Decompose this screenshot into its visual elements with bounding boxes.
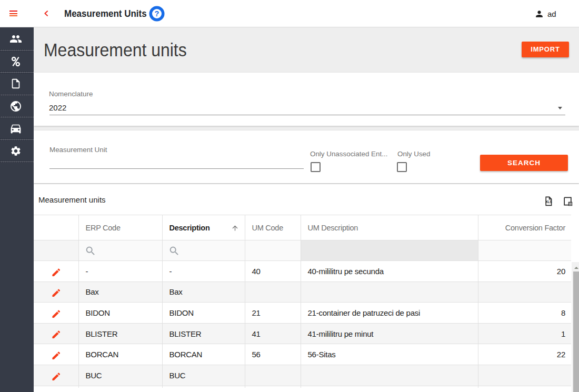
svg-text:XLS: XLS (545, 200, 552, 204)
svg-text:?: ? (155, 9, 159, 18)
